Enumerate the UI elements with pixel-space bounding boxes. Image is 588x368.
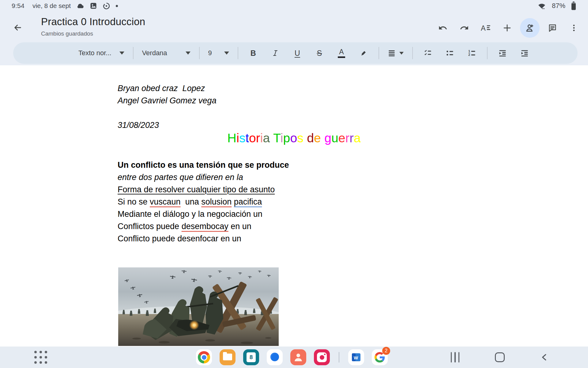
redo-button[interactable]: [456, 19, 473, 36]
more-options-button[interactable]: [565, 19, 582, 36]
underline-button[interactable]: U: [288, 44, 306, 62]
text-segment: en un: [228, 222, 251, 231]
document-title[interactable]: Practica 0 Introduccion: [41, 16, 145, 28]
title-letter: e: [338, 131, 345, 145]
title-letter: [303, 131, 307, 145]
text-segment: Conflicto puede desenfocar en un: [118, 234, 241, 243]
chevron-down-icon: [186, 52, 190, 55]
intro-lines: Bryan obed craz LopezAngel Gavriel Gomez…: [118, 82, 217, 131]
taskbar: 8 W 2: [0, 347, 588, 368]
doc-text-line: entre dos partes que difieren en la: [118, 171, 289, 183]
battery-icon: [571, 2, 576, 10]
title-letter: a: [263, 131, 270, 145]
font-size-dropdown[interactable]: 9: [206, 49, 232, 57]
doc-text-line: Conflicto puede desenfocar en un: [118, 232, 289, 245]
title-letter: r: [345, 131, 350, 145]
title-letter: r: [256, 131, 260, 145]
divider: [379, 47, 379, 59]
insert-button[interactable]: [499, 19, 516, 36]
notification-dot: [116, 5, 118, 7]
format-toolbar: Texto nor... Verdana 9 B U S A: [13, 42, 578, 64]
doc-text-line: Angel Gavriel Gomez vega: [118, 94, 217, 107]
title-letter: p: [283, 131, 290, 145]
title-letter: t: [246, 131, 249, 145]
colored-document-heading: Historia Tipos de guerra: [0, 130, 588, 146]
outdent-button[interactable]: [494, 44, 511, 62]
status-bar: 9:54 vie, 8 de sept 87%: [0, 0, 588, 12]
text-segment: Mediante el diálogo y la negociación un: [118, 209, 262, 219]
title-letter: i: [236, 131, 239, 145]
recents-button[interactable]: [448, 351, 462, 364]
title-letter: g: [324, 131, 331, 145]
misspelled-word: solusion: [201, 197, 232, 206]
undo-button[interactable]: [434, 19, 451, 36]
title-letter: o: [290, 131, 297, 145]
bold-button[interactable]: B: [244, 44, 262, 62]
title-letter: u: [331, 131, 338, 145]
doc-text-line: Conflictos puede desembocay en un: [118, 220, 289, 232]
google-app-icon[interactable]: 2: [372, 349, 388, 365]
save-status: Cambios guardados: [41, 30, 145, 37]
doc-text-line: [118, 107, 217, 119]
document-canvas[interactable]: Bryan obed craz LopezAngel Gavriel Gomez…: [0, 65, 588, 347]
contacts-app-icon[interactable]: [290, 349, 306, 365]
war-scene-image[interactable]: [118, 267, 279, 346]
comments-button[interactable]: [544, 19, 561, 36]
text-segment: Si no se: [118, 197, 150, 206]
text-segment: Conflictos puede: [118, 222, 182, 231]
status-date: vie, 8 de sept: [32, 2, 71, 10]
text-segment: Forma de resolver cualquier tipo de asun…: [118, 185, 275, 194]
app-drawer-button[interactable]: [34, 351, 47, 364]
checklist-button[interactable]: [419, 44, 437, 62]
svg-text:1: 1: [468, 49, 470, 53]
text-segment: entre dos partes que difieren en la: [118, 173, 243, 182]
misspelled-word: vuscaun: [150, 197, 181, 206]
bulleted-list-button[interactable]: [441, 44, 459, 62]
word-app-icon[interactable]: W: [348, 349, 364, 365]
numbered-list-button[interactable]: 12: [463, 44, 481, 62]
paragraph-style-dropdown[interactable]: Texto nor...: [76, 49, 127, 57]
svg-text:W: W: [354, 355, 358, 360]
font-size-value: 9: [208, 49, 212, 57]
align-dropdown[interactable]: [385, 49, 406, 57]
doc-text-line: Bryan obed craz Lopez: [118, 82, 217, 94]
divider: [487, 47, 488, 59]
font-options-button[interactable]: A: [477, 19, 494, 36]
messages-app-icon[interactable]: [267, 349, 283, 365]
gallery-icon: [90, 2, 97, 10]
back-button[interactable]: [10, 20, 25, 35]
misspelled-word: desembocay: [182, 222, 228, 231]
doc-text-line: 31/08/2023: [118, 119, 217, 131]
text-segment: una: [181, 197, 202, 206]
camera-app-icon[interactable]: [314, 349, 330, 365]
my-files-app-icon[interactable]: [220, 349, 236, 365]
title-letter: o: [249, 131, 256, 145]
chevron-down-icon: [119, 52, 124, 55]
chrome-app-icon[interactable]: [196, 349, 212, 365]
calendar-app-icon[interactable]: 8: [243, 349, 259, 365]
highlight-color-button[interactable]: [355, 44, 372, 62]
text-color-button[interactable]: A: [333, 44, 350, 62]
body-paragraph: Un conflicto es una tensión que se produ…: [118, 159, 289, 245]
indent-button[interactable]: [516, 44, 533, 62]
svg-text:2: 2: [468, 53, 470, 56]
strikethrough-button[interactable]: S: [311, 44, 328, 62]
title-letter: s: [239, 131, 246, 145]
title-letter: i: [280, 131, 283, 145]
home-button[interactable]: [493, 351, 507, 364]
chevron-down-icon: [224, 52, 229, 55]
nav-back-button[interactable]: [538, 351, 551, 364]
cloud-icon: [76, 2, 84, 10]
doc-text-line: Un conflicto es una tensión que se produ…: [118, 159, 289, 171]
font-family-value: Verdana: [142, 49, 167, 57]
title-letter: T: [273, 131, 281, 145]
status-time: 9:54: [12, 2, 24, 10]
title-letter: [321, 131, 324, 145]
paragraph-style-value: Texto nor...: [78, 49, 111, 57]
share-button[interactable]: [520, 18, 540, 38]
title-letter: e: [314, 131, 321, 145]
font-family-dropdown[interactable]: Verdana: [140, 49, 193, 57]
doc-text-line: Forma de resolver cualquier tipo de asun…: [118, 183, 289, 196]
divider: [412, 47, 413, 59]
italic-button[interactable]: [266, 44, 284, 62]
